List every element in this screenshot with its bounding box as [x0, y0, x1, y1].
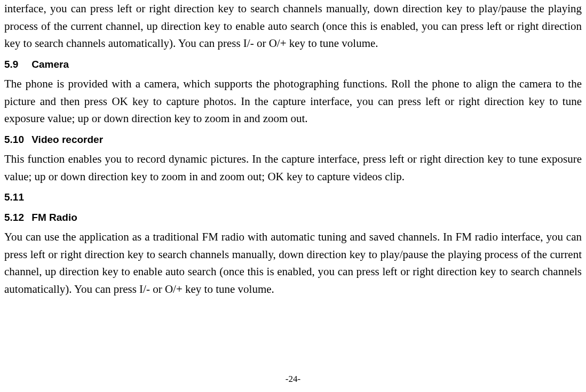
heading-number: 5.11 [4, 189, 29, 205]
body-paragraph-intro: interface, you can press left or right d… [4, 0, 582, 52]
body-paragraph-camera: The phone is provided with a camera, whi… [4, 75, 582, 127]
body-paragraph-fm: You can use the application as a traditi… [4, 228, 582, 298]
heading-title: Video recorder [31, 134, 103, 145]
heading-5-12: 5.12 FM Radio [4, 210, 582, 225]
heading-number: 5.9 [4, 57, 29, 72]
body-paragraph-video: This function enables you to record dyna… [4, 150, 582, 185]
heading-5-11: 5.11 [4, 189, 582, 205]
heading-number: 5.12 [4, 210, 29, 225]
heading-title: FM Radio [31, 212, 77, 223]
heading-5-9: 5.9 Camera [4, 57, 582, 72]
page-number: -24- [0, 374, 586, 385]
heading-title: Camera [31, 59, 69, 70]
heading-5-10: 5.10 Video recorder [4, 132, 582, 147]
heading-number: 5.10 [4, 132, 29, 147]
